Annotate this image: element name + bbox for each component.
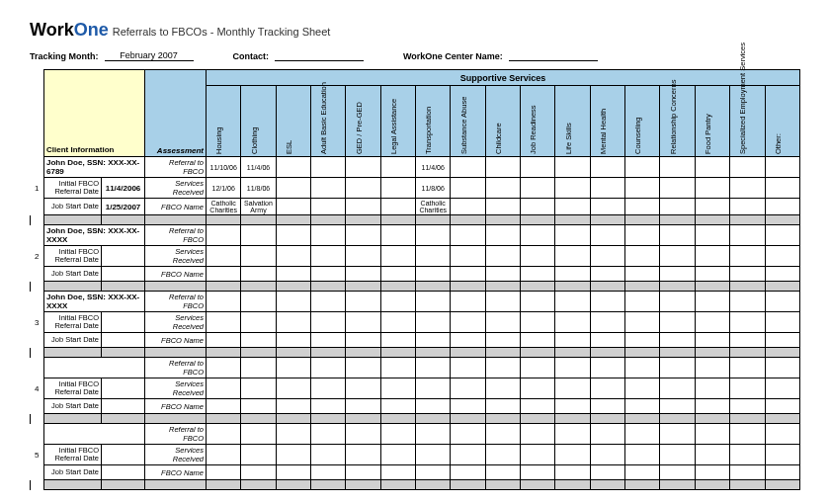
data-cell[interactable]	[485, 292, 520, 312]
data-cell[interactable]	[207, 465, 241, 480]
data-cell[interactable]	[730, 399, 765, 414]
data-cell[interactable]	[521, 465, 555, 480]
data-cell[interactable]	[276, 199, 310, 215]
data-cell[interactable]: 12/1/06	[207, 178, 241, 199]
data-cell[interactable]	[730, 333, 765, 348]
data-cell[interactable]	[451, 157, 485, 178]
data-cell[interactable]	[451, 267, 485, 282]
data-cell[interactable]	[311, 225, 346, 246]
data-cell[interactable]: 11/4/06	[416, 157, 451, 178]
jobstart-date[interactable]: 1/25/2007	[102, 199, 145, 215]
data-cell[interactable]	[660, 157, 695, 178]
data-cell[interactable]	[485, 225, 520, 246]
data-cell[interactable]	[660, 424, 695, 445]
data-cell[interactable]	[207, 292, 241, 312]
jobstart-date[interactable]	[102, 333, 145, 348]
data-cell[interactable]	[207, 358, 241, 378]
data-cell[interactable]	[485, 445, 520, 465]
data-cell[interactable]	[660, 445, 695, 465]
data-cell[interactable]	[521, 399, 555, 414]
data-cell[interactable]	[380, 157, 415, 178]
data-cell[interactable]	[625, 199, 660, 215]
data-cell[interactable]	[207, 225, 241, 246]
data-cell[interactable]	[521, 312, 555, 333]
data-cell[interactable]	[241, 445, 276, 465]
data-cell[interactable]	[730, 199, 765, 215]
data-cell[interactable]	[311, 312, 346, 333]
data-cell[interactable]	[311, 399, 346, 414]
data-cell[interactable]	[241, 267, 276, 282]
data-cell[interactable]	[451, 199, 485, 215]
data-cell[interactable]	[590, 178, 624, 199]
data-cell[interactable]	[555, 399, 590, 414]
data-cell[interactable]	[625, 246, 660, 267]
data-cell[interactable]	[625, 445, 660, 465]
data-cell[interactable]	[485, 399, 520, 414]
data-cell[interactable]	[765, 267, 800, 282]
data-cell[interactable]	[765, 178, 800, 199]
data-cell[interactable]	[555, 267, 590, 282]
data-cell[interactable]	[765, 246, 800, 267]
data-cell[interactable]	[276, 333, 310, 348]
data-cell[interactable]	[521, 358, 555, 378]
data-cell[interactable]	[380, 445, 415, 465]
data-cell[interactable]	[590, 445, 624, 465]
data-cell[interactable]	[765, 292, 800, 312]
data-cell[interactable]	[660, 358, 695, 378]
data-cell[interactable]	[276, 358, 310, 378]
data-cell[interactable]	[451, 292, 485, 312]
data-cell[interactable]	[485, 358, 520, 378]
data-cell[interactable]	[346, 445, 380, 465]
data-cell[interactable]	[207, 267, 241, 282]
center-value[interactable]	[509, 60, 598, 61]
data-cell[interactable]	[590, 292, 624, 312]
data-cell[interactable]	[416, 292, 451, 312]
data-cell[interactable]	[276, 312, 310, 333]
data-cell[interactable]	[311, 292, 346, 312]
data-cell[interactable]	[451, 178, 485, 199]
data-cell[interactable]	[416, 445, 451, 465]
data-cell[interactable]	[207, 246, 241, 267]
jobstart-date[interactable]	[102, 399, 145, 414]
data-cell[interactable]	[660, 378, 695, 399]
data-cell[interactable]	[380, 178, 415, 199]
data-cell[interactable]	[590, 312, 624, 333]
data-cell[interactable]	[346, 225, 380, 246]
data-cell[interactable]	[625, 378, 660, 399]
data-cell[interactable]	[380, 225, 415, 246]
data-cell[interactable]	[311, 199, 346, 215]
data-cell[interactable]	[416, 225, 451, 246]
data-cell[interactable]: 11/8/06	[241, 178, 276, 199]
data-cell[interactable]	[660, 292, 695, 312]
data-cell[interactable]	[625, 399, 660, 414]
data-cell[interactable]	[241, 333, 276, 348]
data-cell[interactable]	[660, 267, 695, 282]
data-cell[interactable]	[590, 225, 624, 246]
data-cell[interactable]	[521, 267, 555, 282]
data-cell[interactable]	[241, 292, 276, 312]
data-cell[interactable]	[311, 333, 346, 348]
data-cell[interactable]	[590, 157, 624, 178]
data-cell[interactable]	[590, 465, 624, 480]
data-cell[interactable]	[416, 358, 451, 378]
data-cell[interactable]	[695, 225, 729, 246]
referral-date[interactable]	[102, 312, 145, 333]
data-cell[interactable]	[660, 333, 695, 348]
data-cell[interactable]	[521, 199, 555, 215]
data-cell[interactable]	[241, 465, 276, 480]
data-cell[interactable]	[695, 378, 729, 399]
data-cell[interactable]	[625, 358, 660, 378]
data-cell[interactable]	[730, 378, 765, 399]
data-cell[interactable]	[380, 424, 415, 445]
data-cell[interactable]	[311, 465, 346, 480]
data-cell[interactable]	[765, 312, 800, 333]
data-cell[interactable]	[241, 378, 276, 399]
data-cell[interactable]	[416, 399, 451, 414]
data-cell[interactable]	[730, 445, 765, 465]
data-cell[interactable]	[521, 225, 555, 246]
data-cell[interactable]	[311, 157, 346, 178]
data-cell[interactable]	[695, 358, 729, 378]
data-cell[interactable]	[485, 424, 520, 445]
data-cell[interactable]	[276, 424, 310, 445]
data-cell[interactable]	[311, 378, 346, 399]
